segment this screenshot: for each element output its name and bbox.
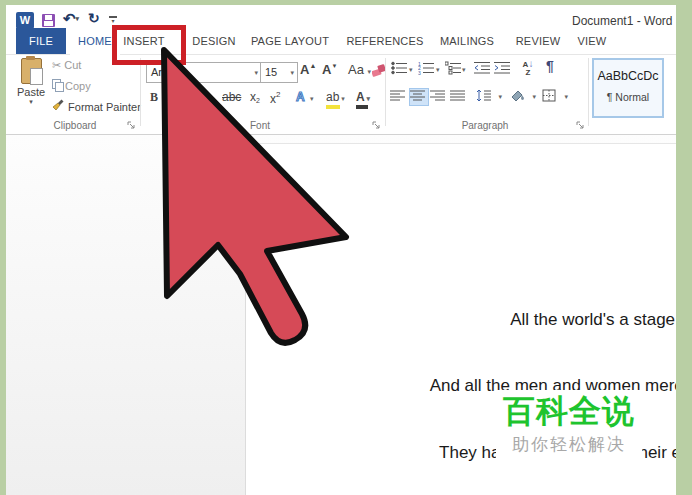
clipboard-dialog-launcher-icon[interactable]	[127, 121, 136, 130]
tab-review[interactable]: REVIEW	[510, 28, 566, 54]
show-formatting-button[interactable]: ¶	[546, 58, 554, 74]
highlight-color-bar	[326, 105, 340, 109]
paragraph-group-label: Paragraph	[440, 120, 530, 131]
frame-border	[0, 0, 692, 5]
group-divider	[385, 58, 386, 126]
paste-label: Paste	[12, 86, 50, 98]
frame-border	[0, 0, 6, 495]
font-size-combo[interactable]: ▾ 15	[260, 62, 298, 83]
italic-button[interactable]: I	[166, 90, 170, 105]
font-color-button[interactable]: A ▾	[356, 90, 370, 109]
frame-border	[676, 0, 692, 495]
shading-button[interactable]: ▾	[510, 89, 534, 105]
save-icon[interactable]	[42, 14, 55, 27]
underline-button[interactable]: U	[180, 90, 189, 104]
font-name-combo[interactable]: ▾ Arial	[146, 62, 262, 83]
tab-design[interactable]: DESIGN	[186, 28, 242, 54]
screenshot: { "title_bar": { "title": "Document1 - W…	[0, 0, 692, 495]
tab-view[interactable]: VIEW	[570, 28, 614, 54]
highlight-button[interactable]: ab ▾	[326, 90, 345, 109]
format-painter-button[interactable]: Format Painter	[52, 99, 141, 114]
line-spacing-button[interactable]: ▾	[476, 89, 500, 105]
style-sample: AaBbCcDc	[594, 69, 662, 83]
copy-icon	[52, 79, 62, 90]
chevron-down-icon[interactable]: ▾	[409, 66, 413, 74]
increase-indent-button[interactable]	[494, 61, 512, 77]
copy-button[interactable]: Copy	[52, 79, 91, 94]
cut-button[interactable]: ✂ Cut	[52, 59, 81, 74]
justify-button[interactable]	[450, 89, 468, 105]
watermark-subtitle: 助你轻松解决	[496, 433, 642, 456]
multilevel-list-button[interactable]	[445, 61, 463, 77]
borders-button[interactable]: ▾	[542, 89, 566, 105]
text-effects-button[interactable]: A	[296, 90, 305, 104]
chevron-down-icon: ▾	[254, 63, 258, 82]
bullets-button[interactable]	[391, 61, 409, 77]
tab-page-layout[interactable]: PAGE LAYOUT	[250, 28, 330, 54]
clipboard-group-label: Clipboard	[30, 120, 120, 131]
subscript-button[interactable]: x2	[250, 90, 260, 104]
superscript-button[interactable]: x2	[270, 90, 280, 106]
watermark-title: 百科全说	[496, 392, 642, 430]
watermark: 百科全说 助你轻松解决	[496, 390, 642, 472]
change-case-button[interactable]: Aa ▾	[348, 62, 371, 77]
font-size-value: 15	[265, 66, 277, 78]
cut-label: Cut	[64, 59, 81, 71]
scissors-icon: ✂	[52, 59, 61, 71]
paste-clipboard-icon	[21, 58, 42, 84]
chevron-down-icon: ▾	[290, 63, 294, 82]
redo-icon[interactable]: ↻	[88, 10, 100, 26]
svg-text:3: 3	[418, 70, 421, 76]
tab-file[interactable]: FILE	[16, 28, 66, 54]
bold-button[interactable]: B	[150, 90, 158, 105]
qat-customize-icon[interactable]: ▾	[109, 16, 117, 25]
tab-references[interactable]: REFERENCES	[346, 28, 424, 54]
font-dialog-launcher-icon[interactable]	[372, 121, 381, 130]
chevron-down-icon: ▾	[310, 95, 314, 103]
title-bar: W ↶▾ ↻ ▾ Document1 - Word	[6, 5, 676, 28]
font-name-value: Arial	[151, 66, 173, 78]
font-group-label: Font	[230, 120, 290, 131]
window-title: Document1 - Word	[572, 14, 672, 28]
shrink-font-button[interactable]: A▼	[322, 62, 337, 77]
format-painter-label: Format Painter	[68, 101, 141, 113]
group-divider	[588, 58, 589, 126]
paragraph-dialog-launcher-icon[interactable]	[576, 121, 585, 130]
chevron-down-icon[interactable]: ▾	[462, 66, 466, 74]
paste-button[interactable]: Paste ▾	[12, 58, 50, 124]
tab-mailings[interactable]: MAILINGS	[432, 28, 502, 54]
undo-icon[interactable]: ↶▾	[63, 10, 79, 28]
strikethrough-button[interactable]: abc	[222, 90, 241, 104]
clear-formatting-icon[interactable]	[372, 64, 386, 77]
decrease-indent-button[interactable]	[474, 61, 492, 77]
style-normal[interactable]: AaBbCcDc ¶ Normal	[592, 58, 664, 118]
align-right-button[interactable]	[430, 89, 448, 105]
grow-font-button[interactable]: A▲	[300, 62, 316, 77]
font-color-bar	[356, 105, 368, 109]
group-divider	[140, 58, 141, 126]
paste-caret-icon: ▾	[12, 98, 50, 106]
format-painter-icon	[52, 99, 65, 111]
style-name: ¶ Normal	[594, 91, 662, 103]
insert-highlight-box	[112, 25, 186, 65]
numbering-button[interactable]: 123	[418, 61, 436, 77]
copy-label: Copy	[65, 80, 91, 92]
text-line: All the world's a stage,	[245, 309, 692, 331]
word-app-icon: W	[16, 12, 34, 29]
align-center-button[interactable]	[410, 89, 428, 105]
chevron-down-icon[interactable]: ▾	[436, 66, 440, 74]
sort-button[interactable]: A↓ Z	[522, 60, 534, 77]
align-left-button[interactable]	[390, 89, 408, 105]
